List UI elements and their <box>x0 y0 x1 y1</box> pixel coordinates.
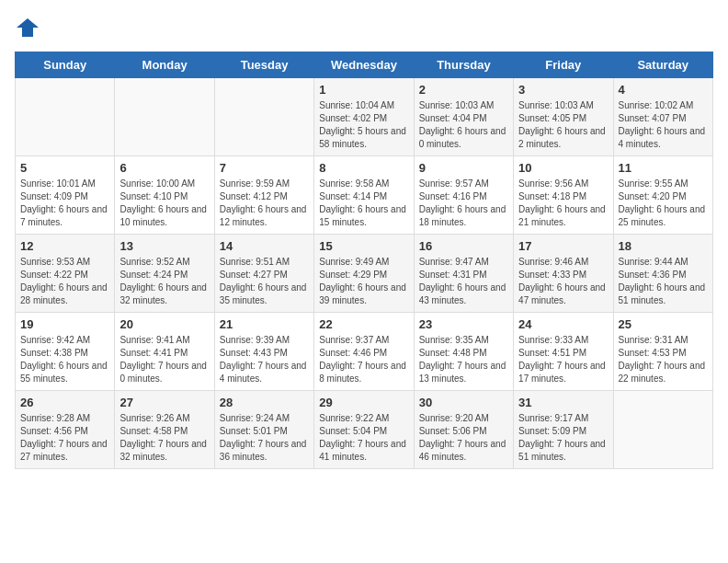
day-info: Sunrise: 9:59 AM Sunset: 4:12 PM Dayligh… <box>220 178 309 229</box>
calendar-table: SundayMondayTuesdayWednesdayThursdayFrid… <box>15 52 713 469</box>
calendar-cell: 28Sunrise: 9:24 AM Sunset: 5:01 PM Dayli… <box>214 391 313 469</box>
logo-icon <box>15 15 40 40</box>
day-info: Sunrise: 9:39 AM Sunset: 4:43 PM Dayligh… <box>220 334 309 385</box>
weekday-header-saturday: Saturday <box>613 52 712 78</box>
calendar-cell: 9Sunrise: 9:57 AM Sunset: 4:16 PM Daylig… <box>414 156 513 235</box>
weekday-header-monday: Monday <box>115 52 214 78</box>
day-number: 18 <box>619 239 708 253</box>
calendar-cell: 7Sunrise: 9:59 AM Sunset: 4:12 PM Daylig… <box>214 156 313 235</box>
day-number: 9 <box>419 161 508 175</box>
calendar-cell <box>115 78 214 156</box>
day-info: Sunrise: 9:33 AM Sunset: 4:51 PM Dayligh… <box>518 334 608 385</box>
day-number: 25 <box>619 317 708 331</box>
calendar-cell: 24Sunrise: 9:33 AM Sunset: 4:51 PM Dayli… <box>514 313 613 391</box>
day-number: 23 <box>419 317 508 331</box>
page-header <box>15 15 713 40</box>
weekday-header-row: SundayMondayTuesdayWednesdayThursdayFrid… <box>16 52 713 78</box>
day-number: 6 <box>119 161 209 175</box>
calendar-cell: 2Sunrise: 10:03 AM Sunset: 4:04 PM Dayli… <box>414 78 513 156</box>
calendar-week-row: 1Sunrise: 10:04 AM Sunset: 4:02 PM Dayli… <box>16 78 713 156</box>
day-number: 16 <box>419 239 508 253</box>
svg-marker-0 <box>17 18 39 37</box>
calendar-cell <box>613 391 712 469</box>
calendar-cell: 13Sunrise: 9:52 AM Sunset: 4:24 PM Dayli… <box>115 235 214 313</box>
day-number: 11 <box>619 161 708 175</box>
calendar-cell: 12Sunrise: 9:53 AM Sunset: 4:22 PM Dayli… <box>16 235 115 313</box>
calendar-cell: 4Sunrise: 10:02 AM Sunset: 4:07 PM Dayli… <box>613 78 712 156</box>
day-info: Sunrise: 10:03 AM Sunset: 4:04 PM Daylig… <box>419 99 508 151</box>
weekday-header-wednesday: Wednesday <box>314 52 414 78</box>
day-number: 21 <box>220 317 309 331</box>
calendar-cell: 1Sunrise: 10:04 AM Sunset: 4:02 PM Dayli… <box>314 78 414 156</box>
calendar-cell <box>214 78 313 156</box>
weekday-header-thursday: Thursday <box>414 52 513 78</box>
calendar-cell: 16Sunrise: 9:47 AM Sunset: 4:31 PM Dayli… <box>414 235 513 313</box>
day-info: Sunrise: 9:55 AM Sunset: 4:20 PM Dayligh… <box>619 178 708 229</box>
day-number: 17 <box>518 239 608 253</box>
day-info: Sunrise: 9:53 AM Sunset: 4:22 PM Dayligh… <box>20 256 109 307</box>
day-number: 27 <box>119 396 209 409</box>
weekday-header-tuesday: Tuesday <box>214 52 313 78</box>
calendar-cell: 6Sunrise: 10:00 AM Sunset: 4:10 PM Dayli… <box>115 156 214 235</box>
day-number: 24 <box>518 317 608 331</box>
day-number: 20 <box>119 317 209 331</box>
day-info: Sunrise: 9:56 AM Sunset: 4:18 PM Dayligh… <box>518 178 608 229</box>
logo <box>15 15 42 40</box>
day-info: Sunrise: 9:24 AM Sunset: 5:01 PM Dayligh… <box>220 412 309 464</box>
weekday-header-sunday: Sunday <box>16 52 115 78</box>
day-number: 29 <box>319 396 408 409</box>
calendar-week-row: 26Sunrise: 9:28 AM Sunset: 4:56 PM Dayli… <box>16 391 713 469</box>
day-info: Sunrise: 10:01 AM Sunset: 4:09 PM Daylig… <box>20 178 109 229</box>
calendar-cell: 25Sunrise: 9:31 AM Sunset: 4:53 PM Dayli… <box>613 313 712 391</box>
calendar-cell <box>16 78 115 156</box>
day-number: 8 <box>319 161 408 175</box>
calendar-cell: 10Sunrise: 9:56 AM Sunset: 4:18 PM Dayli… <box>514 156 613 235</box>
day-number: 22 <box>319 317 408 331</box>
calendar-cell: 18Sunrise: 9:44 AM Sunset: 4:36 PM Dayli… <box>613 235 712 313</box>
day-info: Sunrise: 9:44 AM Sunset: 4:36 PM Dayligh… <box>619 256 708 307</box>
day-number: 5 <box>20 161 109 175</box>
day-info: Sunrise: 9:20 AM Sunset: 5:06 PM Dayligh… <box>419 412 508 464</box>
day-info: Sunrise: 9:58 AM Sunset: 4:14 PM Dayligh… <box>319 178 408 229</box>
calendar-cell: 17Sunrise: 9:46 AM Sunset: 4:33 PM Dayli… <box>514 235 613 313</box>
day-number: 13 <box>119 239 209 253</box>
day-number: 30 <box>419 396 508 409</box>
day-info: Sunrise: 9:35 AM Sunset: 4:48 PM Dayligh… <box>419 334 508 385</box>
day-number: 31 <box>518 396 608 409</box>
calendar-cell: 14Sunrise: 9:51 AM Sunset: 4:27 PM Dayli… <box>214 235 313 313</box>
day-info: Sunrise: 9:41 AM Sunset: 4:41 PM Dayligh… <box>119 334 209 385</box>
day-info: Sunrise: 9:52 AM Sunset: 4:24 PM Dayligh… <box>119 256 209 307</box>
calendar-week-row: 12Sunrise: 9:53 AM Sunset: 4:22 PM Dayli… <box>16 235 713 313</box>
day-info: Sunrise: 9:37 AM Sunset: 4:46 PM Dayligh… <box>319 334 408 385</box>
day-info: Sunrise: 9:51 AM Sunset: 4:27 PM Dayligh… <box>220 256 309 307</box>
day-info: Sunrise: 9:47 AM Sunset: 4:31 PM Dayligh… <box>419 256 508 307</box>
day-info: Sunrise: 10:00 AM Sunset: 4:10 PM Daylig… <box>119 178 209 229</box>
calendar-cell: 23Sunrise: 9:35 AM Sunset: 4:48 PM Dayli… <box>414 313 513 391</box>
day-info: Sunrise: 9:17 AM Sunset: 5:09 PM Dayligh… <box>518 412 608 464</box>
calendar-cell: 27Sunrise: 9:26 AM Sunset: 4:58 PM Dayli… <box>115 391 214 469</box>
calendar-cell: 31Sunrise: 9:17 AM Sunset: 5:09 PM Dayli… <box>514 391 613 469</box>
calendar-week-row: 19Sunrise: 9:42 AM Sunset: 4:38 PM Dayli… <box>16 313 713 391</box>
day-number: 12 <box>20 239 109 253</box>
day-info: Sunrise: 10:04 AM Sunset: 4:02 PM Daylig… <box>319 99 408 151</box>
calendar-cell: 30Sunrise: 9:20 AM Sunset: 5:06 PM Dayli… <box>414 391 513 469</box>
calendar-cell: 20Sunrise: 9:41 AM Sunset: 4:41 PM Dayli… <box>115 313 214 391</box>
day-number: 26 <box>20 396 109 409</box>
calendar-week-row: 5Sunrise: 10:01 AM Sunset: 4:09 PM Dayli… <box>16 156 713 235</box>
calendar-cell: 5Sunrise: 10:01 AM Sunset: 4:09 PM Dayli… <box>16 156 115 235</box>
calendar-cell: 3Sunrise: 10:03 AM Sunset: 4:05 PM Dayli… <box>514 78 613 156</box>
calendar-cell: 11Sunrise: 9:55 AM Sunset: 4:20 PM Dayli… <box>613 156 712 235</box>
day-info: Sunrise: 9:42 AM Sunset: 4:38 PM Dayligh… <box>20 334 109 385</box>
day-info: Sunrise: 9:49 AM Sunset: 4:29 PM Dayligh… <box>319 256 408 307</box>
day-info: Sunrise: 9:57 AM Sunset: 4:16 PM Dayligh… <box>419 178 508 229</box>
day-info: Sunrise: 10:02 AM Sunset: 4:07 PM Daylig… <box>619 99 708 151</box>
calendar-cell: 21Sunrise: 9:39 AM Sunset: 4:43 PM Dayli… <box>214 313 313 391</box>
day-info: Sunrise: 10:03 AM Sunset: 4:05 PM Daylig… <box>518 99 608 151</box>
day-number: 7 <box>220 161 309 175</box>
day-info: Sunrise: 9:28 AM Sunset: 4:56 PM Dayligh… <box>20 412 109 464</box>
calendar-cell: 26Sunrise: 9:28 AM Sunset: 4:56 PM Dayli… <box>16 391 115 469</box>
day-number: 3 <box>518 83 608 97</box>
day-number: 1 <box>319 83 408 97</box>
day-info: Sunrise: 9:22 AM Sunset: 5:04 PM Dayligh… <box>319 412 408 464</box>
weekday-header-friday: Friday <box>514 52 613 78</box>
